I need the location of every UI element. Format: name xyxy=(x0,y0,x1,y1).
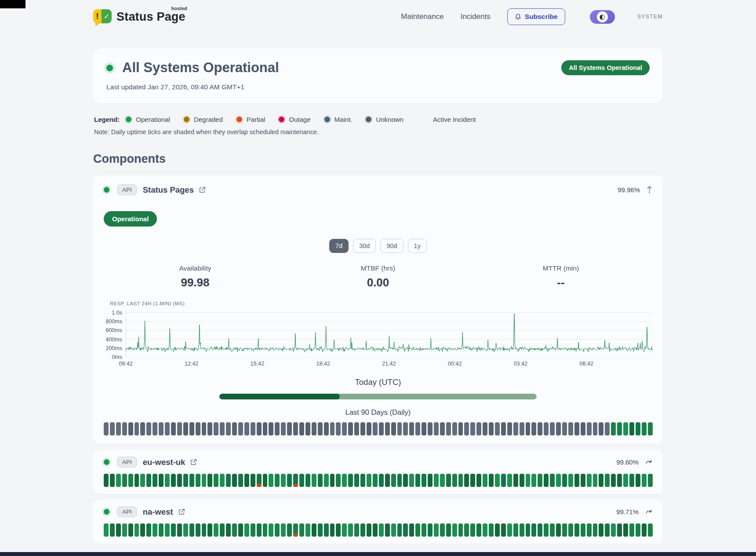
uptime-tick xyxy=(550,474,555,487)
component-name: na-west xyxy=(143,507,173,517)
uptime-tick xyxy=(379,422,384,435)
y-axis-tick-label: 0ms xyxy=(112,354,122,360)
uptime-tick xyxy=(520,422,524,435)
component-header[interactable]: API na-west 99.71% xyxy=(104,506,652,517)
uptime-tick xyxy=(562,474,567,487)
nav-incidents[interactable]: Incidents xyxy=(461,12,491,21)
unknown-dot-icon xyxy=(366,117,371,122)
uptime-tick xyxy=(220,523,225,537)
legend-active-incident-label: Active Incident xyxy=(433,116,476,123)
uptime-tick xyxy=(140,422,145,435)
external-link-icon[interactable] xyxy=(178,508,185,516)
chart-title: RESP. LAST 24H (1-MIN) (MS) xyxy=(110,301,652,306)
uptime-tick xyxy=(116,422,121,435)
uptime-tick xyxy=(202,422,207,435)
subscribe-button[interactable]: Subscribe xyxy=(507,8,565,25)
uptime-tick xyxy=(318,523,323,537)
x-axis-tick-label: 12:42 xyxy=(185,361,198,367)
stat-mtbf: MTBF (hrs) 0.00 xyxy=(287,264,469,289)
range-button-30d[interactable]: 30d xyxy=(353,239,376,253)
uptime-tick xyxy=(238,474,243,487)
logo[interactable]: ! ✓ Status Page hosted xyxy=(93,9,185,24)
uptime-tick xyxy=(538,474,542,487)
range-button-7d[interactable]: 7d xyxy=(329,239,349,253)
uptime-tick xyxy=(470,422,475,435)
collapse-arrow-icon[interactable] xyxy=(647,186,652,194)
nav-maintenance[interactable]: Maintenance xyxy=(401,12,443,21)
uptime-ticks-na-west xyxy=(104,523,652,537)
uptime-tick xyxy=(623,523,628,537)
legend-item-maint: Maint. xyxy=(324,116,353,123)
component-name: eu-west-uk xyxy=(143,457,185,467)
legend-item-label: Degraded xyxy=(194,116,223,123)
expand-arrow-icon[interactable] xyxy=(645,509,652,515)
stat-availability: Availability 99.98 xyxy=(104,264,287,289)
uptime-tick xyxy=(531,474,536,487)
uptime-tick xyxy=(422,523,426,537)
uptime-tick xyxy=(611,523,616,537)
uptime-tick xyxy=(483,523,487,537)
theme-toggle[interactable]: ◐ xyxy=(590,10,615,24)
legend-item-label: Outage xyxy=(289,116,310,123)
uptime-tick xyxy=(183,523,188,537)
uptime-tick xyxy=(196,474,200,487)
uptime-tick xyxy=(483,474,487,487)
uptime-tick xyxy=(623,474,628,487)
external-link-icon[interactable] xyxy=(199,186,206,194)
uptime-tick xyxy=(434,422,439,435)
uptime-tick xyxy=(287,422,292,435)
logo-exclamation: ! xyxy=(93,9,102,23)
uptime-tick xyxy=(434,474,439,487)
x-axis-tick-label: 18:42 xyxy=(316,361,330,367)
uptime-tick xyxy=(593,474,598,487)
uptime-tick xyxy=(299,474,304,487)
uptime-tick xyxy=(495,422,500,435)
component-header[interactable]: API Status Pages 99.96% xyxy=(104,184,652,195)
expand-arrow-icon[interactable] xyxy=(645,459,652,465)
uptime-tick xyxy=(464,422,469,435)
uptime-tick xyxy=(324,523,329,537)
uptime-tick xyxy=(232,474,237,487)
uptime-tick xyxy=(232,523,237,537)
stat-label: Availability xyxy=(104,264,287,272)
uptime-tick xyxy=(269,523,273,537)
uptime-tick xyxy=(531,422,536,435)
uptime-tick xyxy=(146,474,151,487)
uptime-tick xyxy=(611,474,616,487)
uptime-tick xyxy=(196,523,200,537)
uptime-tick xyxy=(593,523,598,537)
y-axis-tick-label: 600ms xyxy=(105,327,122,333)
uptime-tick xyxy=(318,422,323,435)
uptime-tick xyxy=(483,422,487,435)
uptime-tick xyxy=(153,523,157,537)
legend-item-unknown: Unknown xyxy=(366,116,403,123)
range-button-90d[interactable]: 90d xyxy=(380,239,403,253)
component-status-pill: Operational xyxy=(104,211,157,227)
today-utc-label: Today (UTC) xyxy=(104,377,652,387)
component-header[interactable]: API eu-west-uk 99.60% xyxy=(104,457,652,468)
response-time-chart: RESP. LAST 24H (1-MIN) (MS) 1.0s800ms600… xyxy=(104,301,652,369)
x-axis-tick-label: 06:42 xyxy=(580,361,593,367)
uptime-tick xyxy=(146,422,151,435)
uptime-tick xyxy=(568,523,573,537)
uptime-tick xyxy=(287,523,292,537)
range-button-1y[interactable]: 1y xyxy=(408,239,427,253)
uptime-tick xyxy=(636,523,640,537)
uptime-tick xyxy=(244,474,249,487)
uptime-tick xyxy=(452,523,457,537)
uptime-tick xyxy=(617,523,622,537)
uptime-tick xyxy=(299,523,304,537)
uptime-tick xyxy=(263,422,268,435)
uptime-tick xyxy=(128,474,133,487)
external-link-icon[interactable] xyxy=(190,458,197,466)
uptime-tick xyxy=(470,474,475,487)
today-progress-fill xyxy=(219,394,340,399)
uptime-tick xyxy=(312,474,316,487)
uptime-tick xyxy=(562,422,567,435)
uptime-tick xyxy=(574,422,579,435)
uptime-tick xyxy=(324,422,329,435)
component-uptime-percent: 99.96% xyxy=(618,186,640,194)
uptime-tick xyxy=(367,474,371,487)
uptime-tick xyxy=(446,474,451,487)
uptime-tick xyxy=(489,523,494,537)
